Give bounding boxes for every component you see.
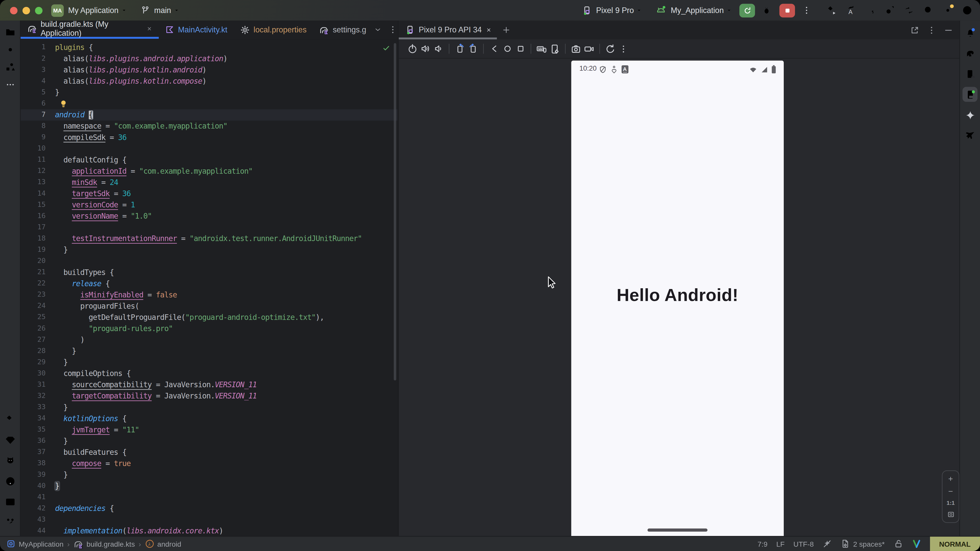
code-line-16[interactable]: 16 versionName = "1.0" — [21, 210, 398, 222]
code-line-9[interactable]: 9 compileSdk = 36 — [21, 132, 398, 143]
back-button[interactable] — [487, 42, 501, 55]
code-line-39[interactable]: 39 } — [21, 469, 398, 480]
rotate-left-button[interactable] — [453, 42, 466, 55]
more-v-button[interactable] — [617, 42, 630, 55]
sidebar-item-more-tool-windows[interactable] — [3, 77, 18, 92]
ideavim[interactable] — [912, 539, 921, 548]
code-line-38[interactable]: 38 compose = true — [21, 458, 398, 469]
project-name-widget[interactable]: My Application — [68, 6, 118, 14]
editor-tab-MainActivity.kt[interactable]: MainActivity.kt — [159, 21, 234, 39]
sidebar-item-commit[interactable] — [3, 42, 18, 57]
code-line-31[interactable]: 31 sourceCompatibility = JavaVersion.VER… — [21, 380, 398, 391]
overview-button[interactable] — [514, 42, 527, 55]
code-line-17[interactable]: 17 — [21, 222, 398, 233]
sidebar-item-logcat[interactable] — [3, 453, 18, 468]
code-line-15[interactable]: 15 versionCode = 1 — [21, 199, 398, 210]
code-line-40[interactable]: 40} — [21, 480, 398, 492]
gesture-navigation-bar[interactable] — [648, 529, 708, 531]
zoom-window-button[interactable] — [35, 6, 42, 14]
sidebar-item-gemini-sparkle[interactable] — [963, 107, 977, 122]
build-button[interactable] — [823, 2, 839, 19]
zoom-in-button[interactable]: + — [948, 475, 953, 483]
record-button[interactable] — [582, 42, 595, 55]
search-everywhere-button[interactable] — [920, 2, 936, 19]
code-line-26[interactable]: 26 "proguard-rules.pro" — [21, 323, 398, 334]
apply-changes-button[interactable]: A — [842, 2, 859, 19]
code-line-20[interactable]: 20 — [21, 256, 398, 267]
code-line-19[interactable]: 19 } — [21, 245, 398, 256]
sidebar-item-problems[interactable] — [3, 473, 18, 489]
code-line-3[interactable]: 3 alias(libs.plugins.kotlin.android) — [21, 64, 398, 76]
code-line-11[interactable]: 11 defaultConfig { — [21, 154, 398, 165]
more-run-actions-button[interactable] — [798, 2, 815, 19]
zoom-actual-size-button[interactable]: 1:1 — [947, 500, 955, 506]
code-line-7[interactable]: 7android { — [21, 110, 398, 121]
volume-down-button[interactable] — [432, 42, 445, 55]
sidebar-item-gradle[interactable] — [963, 46, 977, 61]
hide-panel-button[interactable] — [944, 25, 953, 35]
code-line-27[interactable]: 27 ) — [21, 334, 398, 345]
code-line-18[interactable]: 18 testInstrumentationRunner = "androidx… — [21, 233, 398, 244]
sidebar-item-app-quality-insights[interactable] — [963, 128, 977, 143]
open-in-new-window-button[interactable] — [910, 25, 920, 35]
code-line-8[interactable]: 8 namespace = "com.example.myapplication… — [21, 121, 398, 132]
sidebar-item-build-tool[interactable] — [3, 412, 18, 427]
code-line-33[interactable]: 33 } — [21, 402, 398, 413]
code-line-42[interactable]: 42dependencies { — [21, 503, 398, 514]
sidebar-item-notifications[interactable] — [963, 25, 977, 40]
intention-bulb-icon[interactable] — [59, 99, 68, 108]
code-line-5[interactable]: 5} — [21, 87, 398, 98]
minimize-window-button[interactable] — [22, 6, 30, 14]
code-line-23[interactable]: 23 isMinifyEnabled = false — [21, 289, 398, 300]
code-line-43[interactable]: 43 — [21, 514, 398, 526]
add-device-button[interactable] — [502, 25, 511, 34]
show-hidden-tabs-button[interactable] — [374, 25, 382, 34]
device-tab[interactable]: Pixel 9 Pro API 34 — [399, 21, 496, 39]
code-line-29[interactable]: 29 } — [21, 357, 398, 368]
vim-mode-badge[interactable]: NORMAL — [930, 536, 980, 551]
screenshot-button[interactable] — [570, 42, 582, 55]
editor-tab-local.properties[interactable]: local.properties — [234, 21, 313, 39]
code-line-6[interactable]: 6 — [21, 98, 398, 109]
code-line-30[interactable]: 30 compileOptions { — [21, 368, 398, 379]
code-line-36[interactable]: 36 } — [21, 435, 398, 447]
breadcrumb-item-build.gradle.kts[interactable]: build.gradle.kts — [73, 539, 135, 549]
device-settings-button[interactable] — [548, 42, 561, 55]
code-line-14[interactable]: 14 targetSdk = 36 — [21, 188, 398, 199]
editor-scrollbar[interactable] — [394, 43, 396, 380]
breadcrumb-item-android[interactable]: λandroid — [145, 539, 181, 548]
code-line-2[interactable]: 2 alias(libs.plugins.android.application… — [21, 53, 398, 64]
code-line-37[interactable]: 37 buildFeatures { — [21, 447, 398, 458]
file-encoding[interactable]: UTF-8 — [794, 540, 814, 548]
caret-position[interactable]: 7:9 — [757, 540, 767, 548]
tab-options-button[interactable] — [388, 25, 398, 35]
sidebar-item-version-control[interactable] — [3, 515, 18, 530]
close-icon[interactable] — [485, 27, 492, 33]
stop-button[interactable] — [780, 3, 795, 17]
close-window-button[interactable] — [10, 6, 18, 14]
zoom-out-button[interactable]: − — [948, 487, 953, 495]
code-line-4[interactable]: 4 alias(libs.plugins.kotlin.compose) — [21, 76, 398, 87]
code-line-41[interactable]: 41 — [21, 492, 398, 503]
close-icon[interactable] — [146, 25, 152, 32]
file-lock[interactable] — [894, 539, 903, 548]
code-line-28[interactable]: 28 } — [21, 345, 398, 357]
editor-tab-settings.g[interactable]: settings.g — [313, 21, 372, 39]
code-line-24[interactable]: 24 proguardFiles( — [21, 300, 398, 312]
rerun-button[interactable] — [739, 3, 755, 17]
reset-button[interactable] — [604, 42, 617, 55]
sidebar-item-project[interactable] — [3, 24, 18, 40]
line-separator[interactable]: LF — [776, 540, 785, 548]
sync-button[interactable] — [900, 2, 917, 19]
breadcrumb-item-MyApplication[interactable]: MyApplication — [6, 539, 63, 548]
input-keyboard-button[interactable] — [535, 42, 548, 55]
sidebar-item-device-manager[interactable] — [963, 66, 977, 81]
code-line-10[interactable]: 10 — [21, 143, 398, 154]
code-editor[interactable]: 1plugins {2 alias(libs.plugins.android.a… — [21, 39, 398, 536]
sidebar-item-structure[interactable] — [3, 59, 18, 75]
run-config-selector[interactable]: My_Application — [656, 5, 732, 16]
branch-widget[interactable]: main — [140, 6, 179, 15]
indent-style[interactable]: 2 spaces* — [841, 539, 885, 548]
code-line-21[interactable]: 21 buildTypes { — [21, 267, 398, 278]
code-line-35[interactable]: 35 jvmTarget = "11" — [21, 424, 398, 435]
